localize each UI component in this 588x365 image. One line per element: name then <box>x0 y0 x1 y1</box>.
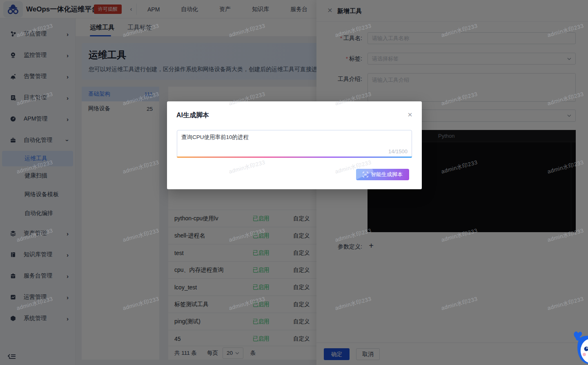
ai-sparkle-icon: AI <box>363 172 368 177</box>
ai-prompt-textarea[interactable]: 查询CPU使用率前10的进程 <box>177 130 412 152</box>
assistant-mascot[interactable] <box>568 327 588 365</box>
ai-generate-script-modal: AI生成脚本 ✕ 查询CPU使用率前10的进程 14/1500 AI 智能生成脚… <box>167 101 422 189</box>
modal-close-icon[interactable]: ✕ <box>405 110 414 119</box>
generate-script-button[interactable]: AI 智能生成脚本 <box>356 169 409 180</box>
ai-gradient-border <box>177 157 412 158</box>
ai-prompt-box: 查询CPU使用率前10的进程 14/1500 <box>177 130 412 158</box>
modal-title: AI生成脚本 <box>176 111 209 120</box>
svg-text:AI: AI <box>364 173 367 176</box>
char-counter: 14/1500 <box>388 148 408 155</box>
weops-screen: WeOps一体化运维平台 许可提醒 ‹ APM 自动化 资产 知识库 服务台 节… <box>0 0 588 365</box>
